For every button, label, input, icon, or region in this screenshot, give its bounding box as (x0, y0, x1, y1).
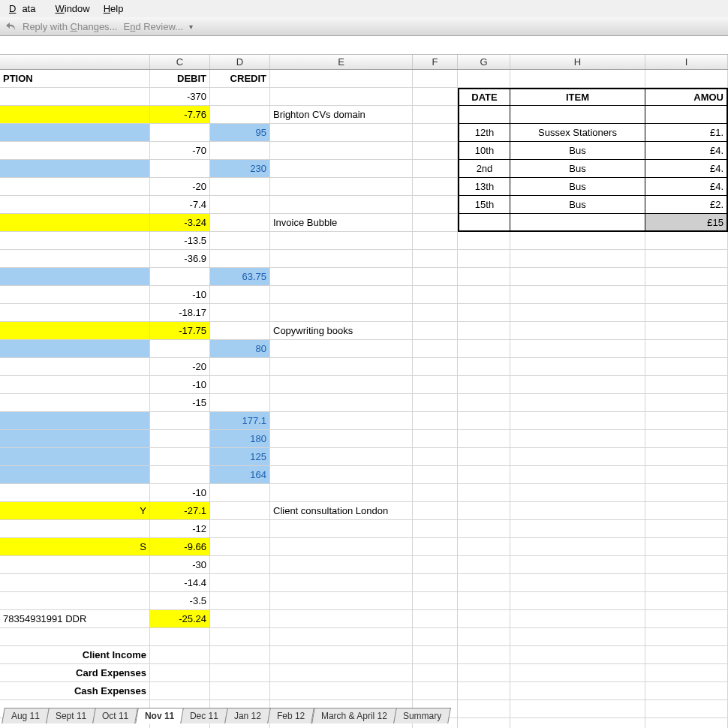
cell[interactable]: -7.76 (150, 106, 210, 124)
cell[interactable]: -18.17 (150, 304, 210, 322)
cell[interactable] (413, 556, 458, 574)
cell[interactable] (458, 268, 510, 286)
cell[interactable] (510, 340, 645, 358)
cell[interactable] (413, 358, 458, 376)
sheet-tab[interactable]: Oct 11 (93, 708, 139, 723)
cell[interactable] (210, 484, 270, 502)
cell[interactable] (0, 142, 150, 160)
cell[interactable] (210, 232, 270, 250)
cell[interactable] (645, 304, 728, 322)
cell[interactable]: Sussex Stationers (510, 124, 645, 142)
cell[interactable]: Bus (510, 196, 645, 214)
cell[interactable]: -12 (150, 520, 210, 538)
cell[interactable] (645, 70, 728, 88)
sheet-tab[interactable]: Dec 11 (180, 708, 228, 723)
cell[interactable] (458, 250, 510, 268)
cell[interactable] (270, 70, 413, 88)
cell[interactable] (458, 484, 510, 502)
cell[interactable] (458, 592, 510, 610)
cell[interactable] (458, 664, 510, 682)
cell[interactable] (270, 466, 413, 484)
cell[interactable] (413, 88, 458, 106)
cell[interactable] (510, 466, 645, 484)
cell[interactable] (210, 682, 270, 700)
cell[interactable] (458, 232, 510, 250)
cell[interactable] (413, 304, 458, 322)
cell[interactable] (270, 430, 413, 448)
cell[interactable] (458, 394, 510, 412)
cell[interactable] (210, 178, 270, 196)
sheet-tab[interactable]: Jan 12 (224, 708, 271, 723)
cell[interactable]: £4. (645, 178, 728, 196)
cell[interactable] (0, 106, 150, 124)
cell[interactable] (270, 610, 413, 628)
cell[interactable] (150, 412, 210, 430)
cell[interactable] (270, 142, 413, 160)
cell[interactable] (458, 700, 510, 718)
cell[interactable] (510, 286, 645, 304)
cell[interactable] (270, 520, 413, 538)
col-header-g[interactable]: G (458, 55, 510, 69)
cell[interactable] (458, 574, 510, 592)
cell[interactable] (510, 700, 645, 718)
col-header-f[interactable]: F (413, 55, 458, 69)
cell[interactable] (210, 502, 270, 520)
cell[interactable] (413, 520, 458, 538)
cell[interactable] (0, 592, 150, 610)
cell[interactable] (458, 538, 510, 556)
cell[interactable]: -17.75 (150, 322, 210, 340)
cell[interactable] (645, 466, 728, 484)
cell[interactable] (150, 160, 210, 178)
cell[interactable] (413, 394, 458, 412)
cell[interactable] (645, 106, 728, 124)
cell[interactable]: £4. (645, 142, 728, 160)
col-header-a[interactable] (0, 55, 150, 69)
sheet-tab[interactable]: Feb 12 (267, 708, 314, 723)
cell[interactable] (413, 646, 458, 664)
cell[interactable] (645, 502, 728, 520)
cell[interactable] (645, 322, 728, 340)
reply-with-changes[interactable]: Reply with Changes... (23, 21, 117, 32)
cell[interactable]: -20 (150, 358, 210, 376)
cell[interactable]: Y (0, 502, 150, 520)
cell[interactable] (0, 358, 150, 376)
end-review[interactable]: End Review... (123, 21, 183, 32)
cell[interactable] (458, 304, 510, 322)
cell[interactable]: 177.1 (210, 412, 270, 430)
cell[interactable] (210, 286, 270, 304)
cell[interactable] (458, 412, 510, 430)
cell[interactable] (270, 394, 413, 412)
cell[interactable] (645, 430, 728, 448)
cell[interactable] (645, 628, 728, 646)
cell[interactable] (0, 484, 150, 502)
cell[interactable] (413, 628, 458, 646)
cell[interactable] (510, 214, 645, 232)
summary-card_expenses[interactable]: Card Expenses (0, 664, 150, 682)
cell[interactable]: Client consultation London (270, 502, 413, 520)
cell[interactable] (645, 556, 728, 574)
cell[interactable] (0, 556, 150, 574)
cell[interactable] (150, 466, 210, 484)
cell[interactable]: £15 (645, 214, 728, 232)
cell[interactable] (458, 358, 510, 376)
cell[interactable] (413, 124, 458, 142)
cell[interactable] (645, 340, 728, 358)
cell[interactable] (458, 286, 510, 304)
cell[interactable]: -3.5 (150, 592, 210, 610)
cell[interactable]: 15th (458, 196, 510, 214)
cell[interactable] (458, 340, 510, 358)
cell[interactable] (150, 430, 210, 448)
cell[interactable] (150, 682, 210, 700)
cell[interactable] (413, 376, 458, 394)
cell[interactable] (270, 124, 413, 142)
cell[interactable] (645, 520, 728, 538)
cell[interactable] (210, 628, 270, 646)
cell[interactable] (458, 430, 510, 448)
cell[interactable] (645, 592, 728, 610)
cell[interactable] (458, 646, 510, 664)
cell[interactable]: -10 (150, 286, 210, 304)
cell[interactable] (645, 646, 728, 664)
cell[interactable] (210, 646, 270, 664)
cell[interactable]: £2. (645, 196, 728, 214)
cell[interactable] (0, 286, 150, 304)
